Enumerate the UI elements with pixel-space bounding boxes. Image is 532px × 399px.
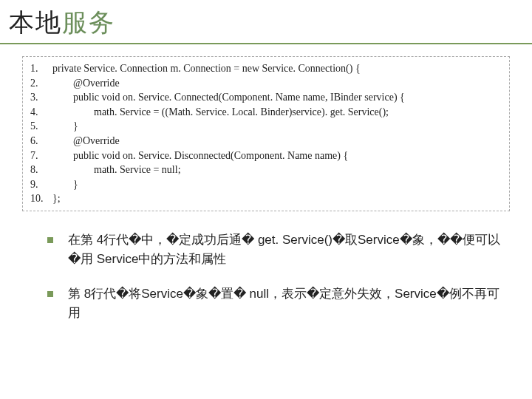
line-number: 3. [30, 90, 52, 105]
line-number: 10. [30, 191, 52, 206]
page-title: 本地服务 [9, 6, 532, 40]
list-item: 在第 4行代�中，�定成功后通� get. Service()�取Service… [47, 231, 502, 270]
code-text: }; [52, 191, 502, 206]
line-number: 6. [30, 134, 52, 149]
code-line: 3. public void on. Service. Connected(Co… [30, 90, 502, 105]
code-text: public void on. Service. Disconnected(Co… [52, 149, 502, 163]
line-number: 1. [30, 61, 52, 76]
code-line: 7. public void on. Service. Disconnected… [30, 149, 502, 163]
code-line: 1.private Service. Connection m. Connect… [30, 61, 502, 76]
code-text: @Override [52, 134, 502, 149]
code-line: 4. math. Service = ((Math. Service. Loca… [30, 105, 502, 120]
code-line: 9. } [30, 177, 502, 192]
list-item: 第 8行代�将Service�象�置� null，表示�定意外失效，Servic… [47, 284, 502, 324]
line-number: 2. [30, 76, 52, 91]
bullet-list: 在第 4行代�中，�定成功后通� get. Service()�取Service… [47, 231, 502, 323]
code-line: 10.}; [30, 191, 502, 206]
code-line: 5. } [30, 119, 502, 134]
title-part-2: 服务 [62, 8, 115, 36]
code-line: 8. math. Service = null; [30, 163, 502, 177]
code-line: 6. @Override [30, 134, 502, 149]
code-text: math. Service = ((Math. Service. Local. … [52, 105, 502, 120]
code-text: private Service. Connection m. Connectio… [52, 61, 502, 76]
line-number: 7. [30, 149, 52, 163]
line-number: 5. [30, 119, 52, 134]
line-number: 4. [30, 105, 52, 120]
bullet-text: 第 8行代�将Service�象�置� null，表示�定意外失效，Servic… [68, 284, 502, 324]
code-text: } [52, 177, 502, 192]
code-text: math. Service = null; [52, 163, 502, 177]
title-bar: 本地服务 [0, 0, 532, 44]
code-listing: 1.private Service. Connection m. Connect… [22, 56, 510, 211]
line-number: 8. [30, 163, 52, 177]
code-text: public void on. Service. Connected(Compo… [52, 90, 502, 105]
code-text: @Override [52, 76, 502, 91]
code-text: } [52, 119, 502, 134]
square-bullet-icon [47, 291, 53, 297]
square-bullet-icon [47, 237, 53, 243]
bullet-text: 在第 4行代�中，�定成功后通� get. Service()�取Service… [68, 231, 502, 270]
code-line: 2. @Override [30, 76, 502, 91]
title-part-1: 本地 [9, 8, 62, 36]
line-number: 9. [30, 177, 52, 192]
